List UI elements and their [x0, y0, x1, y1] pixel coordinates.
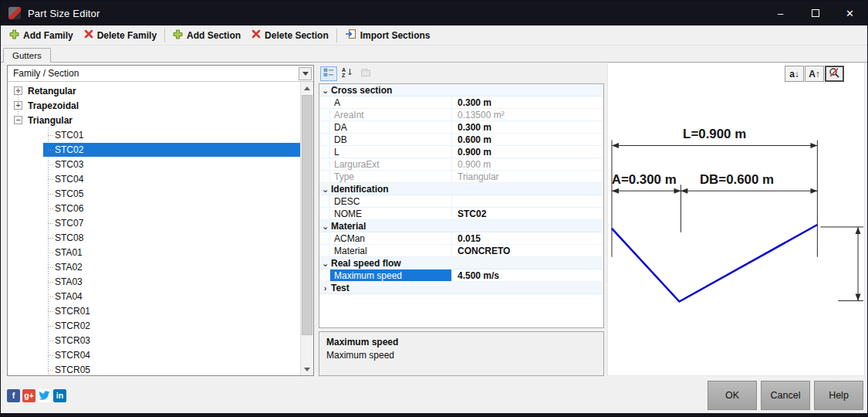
property-category-identification[interactable]: ⌄Identification — [319, 183, 603, 195]
tree-item-label: STC06 — [43, 202, 300, 215]
tree-header[interactable]: Family / Section — [8, 66, 313, 82]
chevron-down-icon[interactable]: ⌄ — [319, 259, 331, 267]
scroll-up-button[interactable] — [301, 82, 313, 94]
property-row-da[interactable]: DA0.300 m — [319, 121, 603, 134]
tree-item-sta02[interactable]: STA02 — [8, 259, 300, 274]
zoom-off-icon — [829, 67, 840, 81]
tree-item-stc02[interactable]: STC02 — [8, 142, 300, 157]
tree-item-stc08[interactable]: STC08 — [8, 230, 300, 245]
property-value[interactable]: 0.015 — [452, 233, 603, 244]
facebook-icon[interactable]: f — [7, 389, 20, 402]
property-name: NOME — [330, 208, 452, 219]
svg-text:A: A — [342, 67, 346, 73]
tree-header-label: Family / Section — [13, 68, 79, 79]
tree-family-trapezoidal[interactable]: +Trapezoidal — [8, 98, 300, 113]
tree-item-sta04[interactable]: STA04 — [8, 289, 300, 303]
tree-item-stc01[interactable]: STC01 — [8, 127, 300, 142]
property-row-type[interactable]: TypeTriangular — [319, 171, 603, 183]
expand-icon[interactable]: + — [14, 101, 22, 110]
property-row-a[interactable]: A0.300 m — [319, 97, 603, 109]
property-name: DESC — [330, 195, 452, 207]
delete-icon — [84, 29, 93, 41]
tree-item-stcr04[interactable]: STCR04 — [8, 348, 300, 362]
tree-item-label: STCR05 — [43, 363, 300, 376]
tree-item-label: STC04 — [43, 172, 300, 186]
property-row-acman[interactable]: ACMan0.015 — [319, 232, 603, 245]
twitter-icon[interactable] — [38, 389, 51, 402]
tree-item-label: STC07 — [43, 216, 300, 230]
property-value[interactable]: Triangular — [452, 171, 603, 182]
property-value[interactable]: 0.300 m — [452, 122, 603, 133]
property-row-material[interactable]: MaterialCONCRETO — [319, 245, 603, 257]
scrollbar-thumb[interactable] — [302, 95, 312, 335]
chevron-down-icon[interactable]: ⌄ — [319, 86, 331, 94]
tree-item-stcr01[interactable]: STCR01 — [8, 303, 300, 318]
property-value[interactable]: 0.300 m — [452, 97, 603, 108]
toolbar-separator — [164, 29, 165, 42]
tree-item-sta03[interactable]: STA03 — [8, 274, 300, 289]
maximize-button[interactable] — [798, 1, 833, 25]
add-section-button[interactable]: Add Section — [167, 27, 246, 44]
property-category-real-speed-flow[interactable]: ⌄Real speed flow — [319, 257, 603, 270]
linkedin-icon[interactable]: in — [53, 389, 66, 402]
font-decrease-button[interactable]: a↓ — [785, 66, 804, 82]
property-category-cross-section[interactable]: ⌄Cross section — [319, 84, 603, 97]
tree-item-stc05[interactable]: STC05 — [8, 186, 300, 201]
property-row-maximum-speed[interactable]: Maximum speed4.500 m/s — [319, 270, 603, 282]
property-category-material[interactable]: ⌄Material — [319, 220, 603, 232]
dimension-a-label: A=0.300 m — [612, 172, 677, 187]
zoom-off-button[interactable] — [825, 66, 844, 82]
minimize-button[interactable]: – — [763, 1, 798, 25]
property-row-l[interactable]: L0.900 m — [319, 146, 603, 158]
google-plus-icon[interactable]: g+ — [22, 389, 35, 402]
property-row-larguraext[interactable]: LarguraExt0.900 m — [319, 158, 603, 171]
tree-item-stcr03[interactable]: STCR03 — [8, 333, 300, 348]
category-label: Test — [331, 283, 350, 293]
import-sections-button[interactable]: Import Sections — [339, 26, 436, 44]
alphabetical-sort-button[interactable]: AZ — [339, 66, 356, 81]
tree-item-label: STA04 — [43, 290, 300, 303]
cancel-button[interactable]: Cancel — [761, 381, 810, 410]
property-row-desc[interactable]: DESC — [319, 195, 603, 208]
scroll-down-button[interactable] — [301, 363, 313, 375]
property-category-test[interactable]: ›Test — [319, 282, 603, 294]
property-value[interactable]: CONCRETO — [452, 246, 603, 256]
add-family-button[interactable]: Add Family — [4, 27, 79, 44]
delete-section-button[interactable]: Delete Section — [246, 27, 334, 43]
property-row-nome[interactable]: NOMESTC02 — [319, 208, 603, 220]
tree-item-stc06[interactable]: STC06 — [8, 201, 300, 215]
tree-header-dropdown-button[interactable] — [299, 67, 312, 80]
tree-item-sta01[interactable]: STA01 — [8, 245, 300, 259]
chevron-down-icon[interactable]: ⌄ — [319, 222, 331, 230]
tab-gutters[interactable]: Gutters — [3, 48, 51, 63]
tree-item-stc04[interactable]: STC04 — [8, 171, 300, 186]
delete-family-button[interactable]: Delete Family — [79, 27, 162, 43]
row-gutter — [319, 134, 330, 145]
property-row-areaint[interactable]: AreaInt0.13500 m² — [319, 109, 603, 121]
font-increase-button[interactable]: A↑ — [805, 66, 824, 82]
tree-item-stc07[interactable]: STC07 — [8, 215, 300, 230]
property-row-db[interactable]: DB0.600 m — [319, 134, 603, 146]
chevron-right-icon[interactable]: › — [319, 284, 331, 292]
tree-scrollbar[interactable] — [300, 82, 313, 375]
close-button[interactable]: ✕ — [833, 1, 867, 25]
property-value[interactable]: STC02 — [452, 208, 603, 219]
categorized-view-button[interactable] — [320, 66, 337, 81]
property-value[interactable]: 0.900 m — [452, 159, 603, 170]
ok-button[interactable]: OK — [708, 381, 757, 410]
tree-item-stc03[interactable]: STC03 — [8, 157, 300, 171]
tree-item-stcr02[interactable]: STCR02 — [8, 318, 300, 333]
property-value[interactable]: 0.900 m — [452, 147, 603, 158]
expand-icon[interactable]: + — [14, 86, 22, 95]
toolbar-separator — [336, 29, 337, 42]
help-button[interactable]: Help — [814, 381, 863, 410]
property-value[interactable]: 4.500 m/s — [452, 270, 603, 281]
property-value[interactable]: 0.13500 m² — [452, 110, 603, 120]
tree-item-stcr05[interactable]: STCR05 — [8, 362, 300, 375]
collapse-icon[interactable]: − — [14, 116, 22, 124]
tree-family-triangular[interactable]: −Triangular — [8, 113, 300, 127]
property-value[interactable]: 0.600 m — [452, 134, 603, 145]
tree-family-retangular[interactable]: +Retangular — [8, 83, 300, 98]
chevron-down-icon[interactable]: ⌄ — [319, 185, 331, 193]
category-label: Identification — [331, 184, 389, 195]
